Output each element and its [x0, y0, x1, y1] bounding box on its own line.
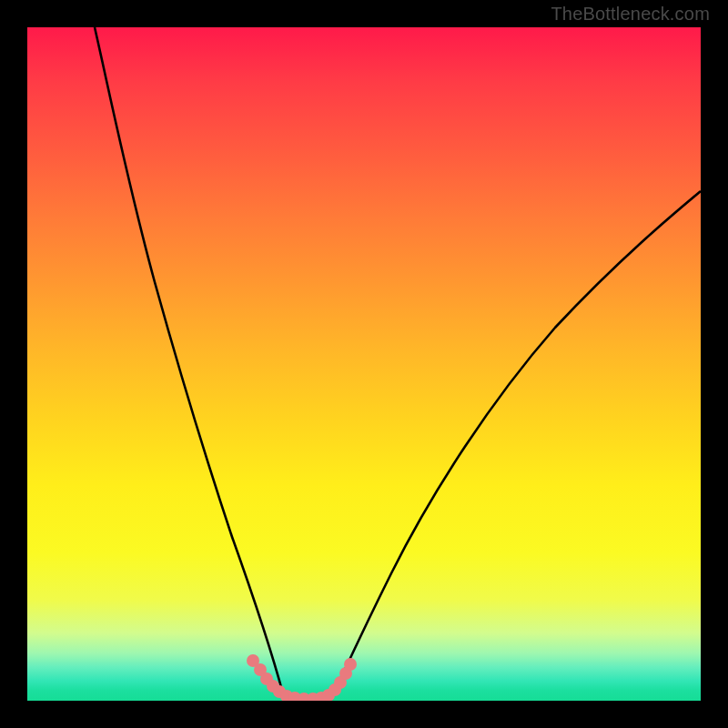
- svg-point-14: [344, 658, 357, 671]
- bottleneck-curve-left: [95, 27, 285, 701]
- curve-layer: [27, 27, 701, 701]
- bottleneck-curve-right: [330, 191, 701, 701]
- plot-area: [27, 27, 701, 701]
- chart-frame: TheBottleneck.com: [0, 0, 728, 728]
- watermark-text: TheBottleneck.com: [551, 4, 710, 25]
- valley-marker-group: [247, 654, 357, 701]
